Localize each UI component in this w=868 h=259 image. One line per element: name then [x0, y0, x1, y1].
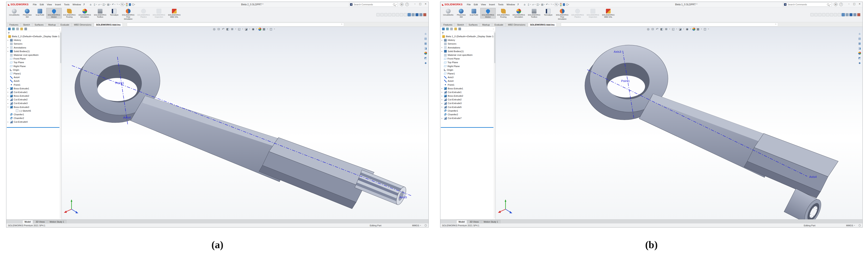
units-caret-icon[interactable]: ▾	[420, 225, 421, 226]
solidworks-inspection-button[interactable]: SOLIDWORKS Inspection	[585, 8, 600, 18]
dropdown-caret-icon[interactable]: ▾	[669, 28, 671, 30]
dropdown-caret-icon[interactable]: ▾	[256, 28, 257, 30]
toolbar-button[interactable]: ◫ ▾	[102, 3, 106, 6]
solidworks-inspection-button[interactable]: SOLIDWORKS Inspection	[151, 8, 166, 18]
search-dropdown-caret-icon[interactable]: ▾	[396, 4, 397, 5]
previous-view-icon[interactable]: ↶	[655, 27, 659, 31]
graphics-area[interactable]: Axis5 Axis4 Point1 ◎⊡↶◧⊞▾◱▾◪▾◉▾▦▾◫▾	[62, 27, 429, 219]
zoom-area-icon[interactable]: ⊡	[651, 27, 654, 31]
solidworks-toolbox-button[interactable]: SOLIDWORKS Toolbox	[92, 8, 108, 18]
toolbar-button[interactable]: ▱ ▾	[531, 3, 536, 6]
display-style-icon[interactable]: ◪	[244, 27, 248, 31]
quick-tool-icon[interactable]	[853, 13, 857, 16]
file-properties-icon[interactable]	[129, 3, 131, 6]
expand-arrow-icon[interactable]: ▸	[442, 106, 444, 108]
custom-properties-icon[interactable]: ◩	[858, 57, 861, 60]
search-commands-box[interactable]: S ▾	[783, 2, 832, 6]
tree-item[interactable]: Axis3	[440, 75, 495, 79]
toolbar-button[interactable]: ↖ ▾	[555, 3, 559, 6]
dimxpertmanager-tab-icon[interactable]	[20, 28, 23, 30]
splined-shaft-end[interactable]	[355, 170, 408, 206]
panel-scrollbar[interactable]	[494, 31, 495, 219]
solidworks-routing-button[interactable]: SOLIDWORKS Routing	[62, 8, 77, 18]
tree-item[interactable]: ▸ Boss-Extrude2	[6, 94, 61, 98]
menu-item[interactable]: Insert	[54, 3, 62, 6]
menu-item[interactable]: Tools	[496, 3, 505, 6]
tree-item[interactable]: Point1	[440, 83, 495, 86]
dropdown-caret-icon[interactable]: ▾	[105, 4, 106, 5]
circuitworks-button[interactable]: CircuitWorks	[8, 8, 21, 16]
scrollbar-thumb[interactable]	[494, 33, 495, 63]
dropdown-caret-icon[interactable]: ▾	[535, 4, 535, 5]
quick-tool-icon[interactable]	[830, 13, 833, 16]
collapse-ribbon-icon[interactable]: ^	[341, 24, 342, 26]
tree-item[interactable]: Front Plane	[6, 57, 61, 61]
menu-item[interactable]: Insert	[488, 3, 496, 6]
tree-item[interactable]: Origin	[6, 68, 61, 72]
dropdown-caret-icon[interactable]: ▾	[119, 4, 120, 5]
tree-item[interactable]: ▸ Cut-Extrude7	[440, 116, 495, 120]
quick-tool-icon[interactable]	[826, 13, 829, 16]
part-model-external-splines[interactable]	[75, 46, 408, 209]
dropdown-caret-icon[interactable]: ▾	[274, 28, 275, 30]
dropdown-caret-icon[interactable]: ▾	[96, 4, 97, 5]
select-icon[interactable]: ↖	[121, 3, 124, 6]
search-icon[interactable]	[393, 3, 395, 5]
dropdown-caret-icon[interactable]: ▾	[708, 28, 709, 30]
tree-item[interactable]: ▸ Solid Bodies(1)	[6, 49, 61, 53]
tree-item[interactable]: (-) Sketch5	[6, 109, 61, 113]
search-commands-box[interactable]: S ▾	[349, 2, 398, 6]
commandmanager-tab[interactable]: Surfaces	[32, 23, 46, 27]
toolbar-button[interactable]: ▾	[132, 3, 135, 6]
expand-arrow-icon[interactable]: ▸	[442, 91, 444, 93]
quick-tool-icon[interactable]	[400, 13, 403, 16]
tree-item[interactable]: ▸ Cut-Extrude2	[6, 98, 61, 101]
panel-expand-icon[interactable]: ›	[59, 28, 60, 30]
menu-item[interactable]: Edit	[38, 3, 45, 6]
photoview-360-button[interactable]: PhotoView 360	[21, 8, 34, 18]
quick-tool-icon[interactable]	[392, 13, 395, 16]
document-tab[interactable]: 3D Views	[33, 220, 47, 223]
menu-item[interactable]: File	[31, 3, 38, 6]
file-explorer-icon[interactable]: ▦	[858, 42, 861, 45]
quick-tool-icon[interactable]	[388, 13, 392, 16]
search-icon[interactable]	[827, 3, 829, 5]
tree-item[interactable]: ▸ Cut-Extrude2	[440, 98, 495, 101]
quick-tool-icon[interactable]	[845, 13, 849, 16]
tree-item[interactable]: Chamfer1	[6, 113, 61, 116]
quick-tool-icon[interactable]	[818, 13, 822, 16]
search-commands-input[interactable]	[787, 3, 826, 6]
tree-item[interactable]: Sensors	[6, 42, 61, 46]
expand-arrow-icon[interactable]: ▸	[442, 50, 444, 52]
quick-tool-icon[interactable]	[396, 13, 399, 16]
toolbar-button[interactable]: ↷ ▾	[116, 3, 120, 6]
dropdown-caret-icon[interactable]: ▾	[690, 28, 691, 30]
menu-item[interactable]: Window	[505, 3, 516, 6]
quick-tool-icon[interactable]	[384, 13, 388, 16]
graphics-area[interactable]: Axis4 Axis3 Point1 ◎⊡↶◧⊞▾◱▾◪▾◉▾▦▾◫▾	[496, 27, 863, 219]
tree-item[interactable]: Plane1	[440, 72, 495, 75]
dropdown-caret-icon[interactable]: ▾	[242, 28, 243, 30]
expand-arrow-icon[interactable]: ▸	[442, 39, 444, 41]
expand-arrow-icon[interactable]: ▸	[8, 99, 10, 101]
expand-arrow-icon[interactable]: ▸	[8, 91, 10, 93]
commandmanager-tab[interactable]: SOLIDWORKS Add-Ins	[528, 23, 557, 27]
toolbar-button[interactable]	[126, 3, 128, 6]
dynamic-annotation-icon[interactable]: ⊞	[664, 27, 668, 31]
document-tab[interactable]: Model	[22, 220, 33, 223]
dropdown-caret-icon[interactable]: ▾	[124, 4, 125, 5]
apply-scene-icon[interactable]: ▦	[262, 27, 266, 31]
menu-item[interactable]: View	[45, 3, 54, 6]
minimize-button[interactable]: –	[413, 2, 416, 5]
dimxpertmanager-tab-icon[interactable]	[454, 28, 457, 30]
tree-item[interactable]: ▸ Boss-Extrude1	[440, 87, 495, 90]
tree-item[interactable]: Biela 1_0 (Default<<Default>_Display Sta…	[440, 35, 495, 38]
appearances-icon[interactable]	[858, 52, 861, 54]
appearances-icon[interactable]	[424, 52, 427, 54]
display-style-icon[interactable]: ◪	[678, 27, 682, 31]
commandmanager-tab[interactable]: Evaluate	[58, 23, 71, 27]
displaymanager-tab-icon[interactable]	[458, 28, 461, 30]
tree-item[interactable]: ▸ Annotations	[440, 46, 495, 49]
quick-tool-icon[interactable]	[380, 13, 383, 16]
viewport-canvas[interactable]: Axis4 Axis3 Point1	[496, 27, 863, 219]
